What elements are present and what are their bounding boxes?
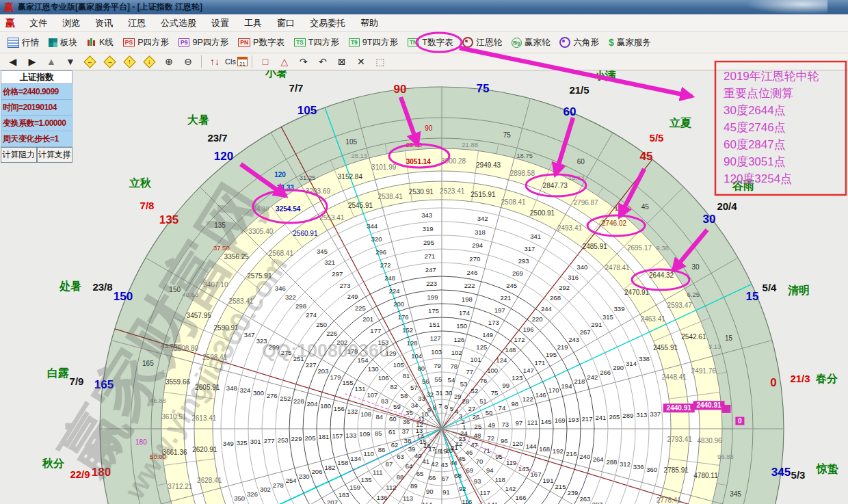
svg-text:2778.41: 2778.41	[657, 496, 682, 504]
panel-button-1[interactable]: 计算支撑	[37, 147, 73, 163]
menu-item-2[interactable]: 资讯	[88, 17, 120, 29]
draw-tool-diamond-down[interactable]: ↓	[143, 55, 155, 68]
toolbar-item-9p-square[interactable]: P99P四方形	[174, 37, 233, 49]
toolbar-item-winner-wheel[interactable]: Big赢家轮	[507, 37, 555, 49]
svg-text:143: 143	[518, 465, 529, 473]
menu-item-9[interactable]: 帮助	[353, 17, 386, 29]
svg-text:45: 45	[641, 203, 650, 211]
svg-text:337: 337	[650, 410, 661, 418]
9p-square-label: 9P四方形	[192, 37, 228, 49]
toolbar-item-kline[interactable]: K线	[82, 37, 118, 49]
menu-item-4[interactable]: 公式选股	[153, 17, 204, 29]
menu-item-6[interactable]: 工具	[237, 17, 269, 29]
draw-tool-arc-cw[interactable]: ↷	[295, 56, 313, 67]
draw-tool-zoom-out[interactable]: ⊖	[179, 56, 197, 67]
p-square-label: P四方形	[137, 37, 169, 49]
svg-text:152: 152	[402, 326, 413, 334]
svg-text:2440.91: 2440.91	[696, 401, 721, 409]
toolbar-item-t-square[interactable]: TST四方形	[289, 37, 344, 49]
svg-text:117: 117	[480, 489, 490, 496]
svg-text:298: 298	[295, 302, 306, 310]
svg-text:177: 177	[370, 327, 381, 334]
draw-tool-up[interactable]: ▲	[42, 56, 60, 67]
svg-text:5: 5	[450, 405, 453, 412]
t-number-table-label: T数字表	[422, 37, 453, 49]
svg-text:326: 326	[247, 490, 258, 498]
menu-item-0[interactable]: 文件	[22, 17, 55, 29]
svg-text:148: 148	[505, 346, 516, 354]
draw-tool-arc-ccw[interactable]: ↶	[314, 56, 332, 67]
panel-button-0[interactable]: 计算阻力	[1, 147, 37, 163]
draw-tool-zoom-in[interactable]: ⊕	[160, 56, 178, 67]
gann-wheel: 1234567891011121314151617181920212223242…	[42, 67, 838, 504]
toolbar-item-hexagon[interactable]: 六角形	[555, 37, 604, 49]
svg-text:2796.87: 2796.87	[574, 199, 599, 207]
svg-text:120: 120	[214, 150, 233, 163]
draw-tool-calendar[interactable]: 21	[237, 57, 248, 66]
draw-tool-triangle-tool[interactable]: △	[276, 56, 293, 67]
toolbar-item-p-number-table[interactable]: PNP数字表	[233, 37, 289, 49]
svg-text:132: 132	[347, 408, 358, 415]
menu-item-5[interactable]: 设置	[204, 17, 237, 29]
draw-tool-select-region[interactable]: ⬚	[371, 56, 389, 67]
menu-item-3[interactable]: 江恩	[120, 17, 153, 29]
menu-item-7[interactable]: 窗口	[269, 17, 302, 29]
toolbar-item-9t-square[interactable]: T99T四方形	[344, 37, 403, 49]
svg-text:20/4: 20/4	[717, 200, 737, 212]
draw-tool-prev[interactable]: ◀	[4, 56, 22, 67]
svg-text:225: 225	[355, 304, 366, 312]
toolbar-item-quotes[interactable]: 行情	[3, 37, 44, 49]
svg-text:191: 191	[543, 477, 554, 484]
draw-tool-rect-tool[interactable]: □	[256, 56, 274, 67]
toolbar-item-sectors[interactable]: 板块	[44, 37, 82, 49]
svg-text:120: 120	[274, 171, 286, 178]
svg-text:77: 77	[466, 368, 474, 375]
svg-text:67: 67	[442, 475, 449, 482]
gann-wheel-label: 江恩轮	[476, 37, 502, 49]
svg-text:4830.96: 4830.96	[698, 437, 723, 445]
svg-text:183: 183	[339, 491, 349, 499]
toolbar-item-gann-wheel[interactable]: 江恩轮	[458, 37, 507, 49]
draw-tool-diamond-right[interactable]: →	[103, 55, 116, 68]
svg-text:287: 287	[592, 501, 602, 504]
svg-text:30: 30	[692, 263, 700, 271]
draw-tool-height-tool[interactable]: ↑↓	[206, 56, 224, 67]
svg-text:312: 312	[620, 460, 631, 468]
svg-text:297: 297	[332, 270, 343, 278]
svg-text:142: 142	[505, 485, 516, 492]
menu-item-8[interactable]: 交易委托	[302, 17, 353, 29]
svg-text:60: 60	[577, 158, 585, 165]
svg-text:169: 169	[555, 416, 566, 424]
draw-tool-down[interactable]: ▼	[62, 56, 79, 67]
svg-text:273: 273	[340, 282, 351, 289]
svg-text:220: 220	[532, 315, 543, 323]
svg-text:341: 341	[530, 233, 541, 240]
sectors-icon	[49, 38, 57, 47]
toolbar-item-winner-service[interactable]: $赢家服务	[604, 37, 656, 49]
svg-text:291: 291	[591, 321, 602, 328]
svg-text:5/3: 5/3	[791, 469, 806, 481]
svg-text:201: 201	[362, 315, 373, 323]
draw-tool-clear[interactable]: Cls	[225, 57, 236, 66]
svg-text:166: 166	[516, 494, 527, 501]
svg-text:141: 141	[487, 501, 498, 504]
draw-tool-diamond-up[interactable]: ↑	[123, 55, 135, 68]
draw-tool-collapse[interactable]: ✕	[352, 56, 370, 67]
svg-text:2628.41: 2628.41	[197, 477, 222, 484]
menu-item-1[interactable]: 浏览	[55, 17, 88, 29]
svg-text:90: 90	[394, 83, 407, 96]
9t-square-icon: T9	[349, 38, 360, 47]
svg-text:250: 250	[316, 321, 327, 328]
svg-text:90: 90	[426, 488, 434, 495]
svg-text:222: 222	[464, 282, 475, 289]
svg-text:322: 322	[285, 293, 296, 301]
svg-text:68: 68	[455, 472, 462, 479]
svg-text:21.88: 21.88	[462, 141, 478, 148]
draw-tool-box-x[interactable]: ⊠	[333, 56, 351, 67]
svg-text:313: 313	[636, 411, 647, 419]
toolbar-item-t-number-table[interactable]: TNT数字表	[403, 37, 458, 49]
toolbar-item-p-square[interactable]: PSP四方形	[118, 37, 174, 49]
draw-tool-diamond-left[interactable]: ←	[83, 55, 96, 68]
svg-text:170: 170	[548, 386, 559, 394]
draw-tool-next[interactable]: ▶	[23, 56, 41, 67]
